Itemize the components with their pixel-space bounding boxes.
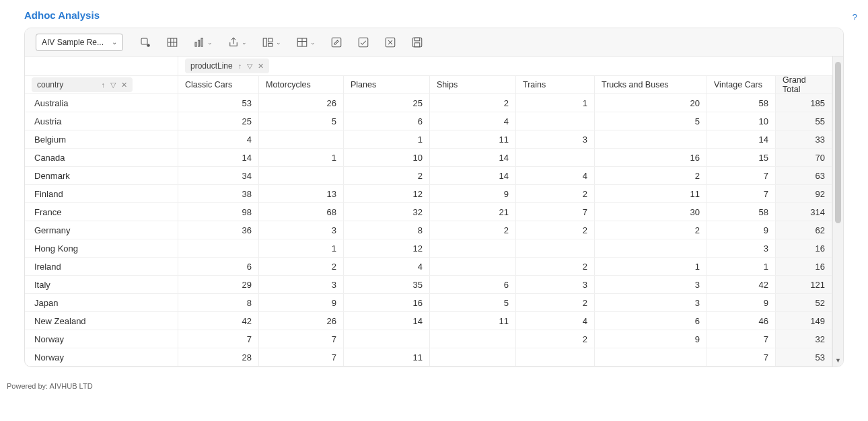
row-label: Austria [25,112,178,130]
data-cell: 68 [259,203,344,221]
grand-total-cell: 32 [776,330,832,348]
data-cell: 6 [178,258,259,275]
data-cell: 1 [259,239,344,257]
table-row[interactable]: Norway28711753 [25,348,832,367]
grand-total-cell: 149 [776,312,832,330]
data-cell [430,239,516,257]
table-row[interactable]: Canada1411014161570 [25,149,832,167]
data-cell [595,239,707,257]
row-label: Canada [25,149,178,166]
pivot-body: Australia532625212058185Austria255645105… [25,94,832,367]
close-icon[interactable]: ✕ [258,62,264,71]
table-row[interactable]: Australia532625212058185 [25,94,832,112]
data-cell: 4 [178,130,259,148]
page-title: Adhoc Analysis [0,0,868,28]
col-header[interactable]: Planes [344,76,430,93]
table-row[interactable]: Japan8916523952 [25,294,832,312]
col-header[interactable]: Ships [430,76,516,93]
col-header-grand-total[interactable]: Grand Total [776,76,832,93]
sort-asc-icon[interactable]: ↑ [238,62,242,70]
row-field-chip[interactable]: country ↑ ▽ ✕ [32,77,133,92]
col-header[interactable]: Classic Cars [178,76,259,93]
export-button[interactable]: ⌄ [227,36,247,48]
grand-total-cell: 185 [776,94,832,112]
data-cell: 1 [595,258,707,275]
table-row[interactable]: Belgium411131433 [25,130,832,149]
clear-button[interactable] [384,36,396,48]
row-label: Finland [25,185,178,202]
help-icon[interactable]: ? [853,12,857,22]
svg-rect-9 [263,38,266,46]
data-cell: 3 [595,276,707,293]
col-header[interactable]: Trucks and Buses [595,76,707,93]
data-cell: 1 [707,258,776,275]
close-icon[interactable]: ✕ [121,81,127,89]
table-row[interactable]: Finland3813129211792 [25,185,832,203]
settings-button[interactable] [139,36,151,48]
table-row[interactable]: Norway7729732 [25,330,832,348]
chart-button[interactable]: ⌄ [193,36,213,48]
data-cell: 3 [516,276,595,293]
data-cell [430,258,516,275]
vertical-scrollbar[interactable]: ▼ [832,56,843,367]
data-cell: 34 [178,167,259,184]
data-cell [595,348,707,366]
data-source-select[interactable]: AIV Sample Re... ⌄ [36,34,123,51]
col-header[interactable]: Trains [516,76,595,93]
data-cell: 5 [259,112,344,130]
data-cell: 2 [595,167,707,184]
table-row[interactable]: France9868322173058314 [25,203,832,221]
data-cell: 4 [516,312,595,330]
grid-button[interactable] [166,36,178,48]
table-row[interactable]: Austria2556451055 [25,112,832,130]
data-cell: 58 [707,94,776,112]
table-row[interactable]: Italy2933563342121 [25,276,832,294]
row-label: Norway [25,348,178,366]
data-cell [430,330,516,348]
edit-alt-button[interactable] [357,36,369,48]
data-cell: 12 [344,239,430,257]
data-cell: 3 [516,130,595,148]
grand-total-cell: 121 [776,276,832,293]
data-cell: 6 [595,312,707,330]
data-cell: 38 [178,185,259,202]
data-cell [178,239,259,257]
table-row[interactable]: Hong Kong112316 [25,239,832,258]
table-row[interactable]: Germany3638222962 [25,221,832,239]
grand-total-cell: 52 [776,294,832,311]
data-cell: 9 [595,330,707,348]
svg-point-1 [147,44,150,47]
data-cell: 2 [430,94,516,112]
scrollbar-thumb[interactable] [835,62,841,223]
footer-text: Powered by: AIVHUB LTD [0,373,868,397]
data-cell: 1 [516,94,595,112]
data-cell [259,167,344,184]
data-cell: 10 [344,149,430,166]
scroll-down-icon[interactable]: ▼ [833,357,843,364]
edit-button[interactable] [330,36,342,48]
row-label: Germany [25,221,178,239]
grand-total-cell: 33 [776,130,832,148]
table-row[interactable]: Denmark3421442763 [25,167,832,185]
data-cell: 4 [430,112,516,130]
table-options-button[interactable]: ⌄ [296,36,316,48]
data-cell: 12 [344,185,430,202]
sort-asc-icon[interactable]: ↑ [102,81,106,89]
data-cell: 7 [516,203,595,221]
filter-icon[interactable]: ▽ [247,62,252,71]
filter-icon[interactable]: ▽ [110,81,116,89]
data-cell: 4 [344,258,430,275]
table-row[interactable]: Ireland62421116 [25,258,832,276]
save-button[interactable] [411,36,423,48]
layout-button[interactable]: ⌄ [262,36,281,48]
data-cell: 3 [259,221,344,239]
data-cell: 3 [595,294,707,311]
chevron-down-icon: ⌄ [112,38,117,46]
column-field-chip[interactable]: productLine ↑ ▽ ✕ [185,59,269,73]
col-header[interactable]: Vintage Cars [707,76,776,93]
analysis-panel: AIV Sample Re... ⌄ ⌄ ⌄ ⌄ [24,28,844,367]
table-row[interactable]: New Zealand422614114646149 [25,312,832,330]
col-header[interactable]: Motorcycles [259,76,344,93]
data-cell: 2 [430,221,516,239]
row-label: Hong Kong [25,239,178,257]
